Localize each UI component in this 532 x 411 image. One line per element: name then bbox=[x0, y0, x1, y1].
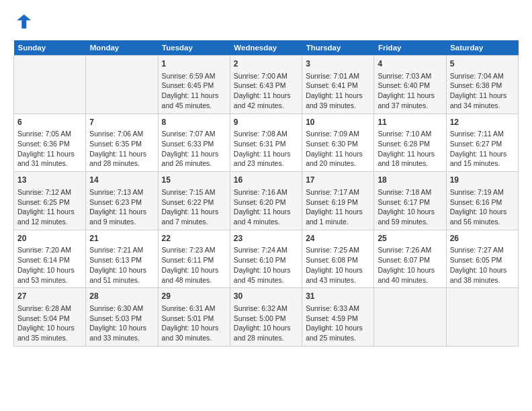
day-number: 18 bbox=[378, 175, 442, 186]
day-number: 17 bbox=[306, 175, 370, 186]
day-info: Daylight: 10 hours and 35 minutes. bbox=[17, 323, 82, 342]
day-info: Daylight: 10 hours and 40 minutes. bbox=[378, 265, 442, 285]
day-info: Sunset: 6:17 PM bbox=[378, 197, 442, 208]
calendar-cell: 3Sunrise: 7:01 AMSunset: 6:41 PMDaylight… bbox=[302, 56, 374, 114]
day-number: 5 bbox=[450, 58, 515, 70]
day-number: 7 bbox=[89, 117, 154, 128]
day-number: 4 bbox=[378, 58, 442, 70]
day-info: Sunset: 6:08 PM bbox=[306, 255, 370, 265]
day-info: Sunset: 6:19 PM bbox=[306, 197, 370, 208]
day-number: 31 bbox=[306, 291, 370, 302]
day-info: Daylight: 11 hours and 42 minutes. bbox=[234, 91, 298, 110]
day-info: Sunset: 6:35 PM bbox=[89, 139, 154, 149]
day-info: Daylight: 10 hours and 51 minutes. bbox=[89, 265, 154, 285]
calendar-cell: 18Sunrise: 7:18 AMSunset: 6:17 PMDayligh… bbox=[374, 172, 446, 230]
day-info: Daylight: 10 hours and 33 minutes. bbox=[89, 323, 154, 342]
calendar-cell bbox=[86, 56, 158, 114]
day-info: Daylight: 11 hours and 34 minutes. bbox=[450, 91, 515, 110]
day-info: Sunrise: 6:31 AM bbox=[162, 304, 226, 314]
logo-icon bbox=[13, 12, 32, 31]
day-info: Daylight: 10 hours and 48 minutes. bbox=[162, 265, 226, 285]
calendar-cell: 22Sunrise: 7:23 AMSunset: 6:11 PMDayligh… bbox=[158, 230, 230, 288]
day-info: Sunrise: 6:28 AM bbox=[17, 304, 82, 314]
calendar-week-row: 20Sunrise: 7:20 AMSunset: 6:14 PMDayligh… bbox=[14, 230, 519, 288]
day-info: Sunrise: 7:01 AM bbox=[306, 71, 370, 81]
logo bbox=[13, 12, 35, 31]
calendar-week-row: 27Sunrise: 6:28 AMSunset: 5:04 PMDayligh… bbox=[14, 288, 519, 347]
day-info: Daylight: 10 hours and 59 minutes. bbox=[378, 207, 442, 226]
day-info: Sunset: 6:45 PM bbox=[162, 81, 226, 91]
day-info: Sunset: 6:07 PM bbox=[378, 255, 442, 265]
day-info: Sunrise: 7:06 AM bbox=[89, 129, 154, 139]
col-header-sunday: Sunday bbox=[14, 40, 86, 56]
calendar-cell bbox=[14, 56, 86, 114]
day-info: Daylight: 10 hours and 38 minutes. bbox=[450, 265, 515, 285]
col-header-friday: Friday bbox=[374, 40, 446, 56]
day-info: Sunrise: 6:32 AM bbox=[234, 304, 298, 314]
day-info: Daylight: 11 hours and 37 minutes. bbox=[378, 91, 442, 110]
col-header-wednesday: Wednesday bbox=[230, 40, 302, 56]
day-info: Daylight: 11 hours and 4 minutes. bbox=[234, 207, 298, 226]
day-info: Sunset: 6:41 PM bbox=[306, 81, 370, 91]
calendar-cell: 16Sunrise: 7:16 AMSunset: 6:20 PMDayligh… bbox=[230, 172, 302, 230]
calendar-cell: 6Sunrise: 7:05 AMSunset: 6:36 PMDaylight… bbox=[14, 113, 86, 172]
day-info: Daylight: 11 hours and 18 minutes. bbox=[378, 149, 442, 169]
day-number: 24 bbox=[306, 233, 370, 244]
day-info: Sunrise: 6:30 AM bbox=[89, 304, 154, 314]
calendar-cell: 28Sunrise: 6:30 AMSunset: 5:03 PMDayligh… bbox=[86, 288, 158, 347]
day-info: Sunrise: 7:15 AM bbox=[162, 187, 226, 197]
day-info: Sunrise: 7:27 AM bbox=[450, 245, 515, 255]
day-info: Daylight: 10 hours and 56 minutes. bbox=[450, 207, 515, 226]
calendar-cell: 19Sunrise: 7:19 AMSunset: 6:16 PMDayligh… bbox=[446, 172, 518, 230]
day-number: 1 bbox=[162, 58, 226, 70]
col-header-saturday: Saturday bbox=[446, 40, 518, 56]
col-header-monday: Monday bbox=[86, 40, 158, 56]
calendar-cell: 17Sunrise: 7:17 AMSunset: 6:19 PMDayligh… bbox=[302, 172, 374, 230]
day-number: 9 bbox=[234, 117, 298, 128]
day-number: 2 bbox=[234, 58, 298, 70]
col-header-thursday: Thursday bbox=[302, 40, 374, 56]
day-info: Daylight: 10 hours and 28 minutes. bbox=[234, 323, 298, 342]
day-info: Sunrise: 7:24 AM bbox=[234, 245, 298, 255]
calendar-cell bbox=[446, 288, 518, 347]
day-info: Daylight: 11 hours and 45 minutes. bbox=[162, 91, 226, 110]
header bbox=[13, 12, 519, 31]
day-number: 22 bbox=[162, 233, 226, 244]
day-number: 6 bbox=[17, 117, 82, 128]
day-info: Daylight: 11 hours and 20 minutes. bbox=[306, 149, 370, 169]
day-number: 20 bbox=[17, 233, 82, 244]
day-number: 16 bbox=[234, 175, 298, 186]
day-info: Daylight: 11 hours and 12 minutes. bbox=[17, 207, 82, 226]
day-info: Sunrise: 7:13 AM bbox=[89, 187, 154, 197]
day-number: 26 bbox=[450, 233, 515, 244]
day-info: Sunrise: 7:04 AM bbox=[450, 71, 515, 81]
calendar-cell: 5Sunrise: 7:04 AMSunset: 6:38 PMDaylight… bbox=[446, 56, 518, 114]
day-info: Daylight: 10 hours and 30 minutes. bbox=[162, 323, 226, 342]
calendar-cell: 26Sunrise: 7:27 AMSunset: 6:05 PMDayligh… bbox=[446, 230, 518, 288]
day-info: Sunrise: 7:20 AM bbox=[17, 245, 82, 255]
calendar-week-row: 1Sunrise: 6:59 AMSunset: 6:45 PMDaylight… bbox=[14, 56, 519, 114]
calendar-cell: 1Sunrise: 6:59 AMSunset: 6:45 PMDaylight… bbox=[158, 56, 230, 114]
day-info: Sunrise: 7:21 AM bbox=[89, 245, 154, 255]
day-number: 23 bbox=[234, 233, 298, 244]
day-number: 10 bbox=[306, 117, 370, 128]
calendar-cell: 11Sunrise: 7:10 AMSunset: 6:28 PMDayligh… bbox=[374, 113, 446, 172]
calendar-cell: 15Sunrise: 7:15 AMSunset: 6:22 PMDayligh… bbox=[158, 172, 230, 230]
calendar-cell: 9Sunrise: 7:08 AMSunset: 6:31 PMDaylight… bbox=[230, 113, 302, 172]
day-info: Sunset: 6:14 PM bbox=[17, 255, 82, 265]
day-info: Sunset: 6:30 PM bbox=[306, 139, 370, 149]
day-number: 19 bbox=[450, 175, 515, 186]
day-info: Sunrise: 7:26 AM bbox=[378, 245, 442, 255]
day-info: Sunrise: 7:03 AM bbox=[378, 71, 442, 81]
day-info: Sunset: 5:01 PM bbox=[162, 314, 226, 324]
day-info: Sunrise: 7:11 AM bbox=[450, 129, 515, 139]
day-number: 11 bbox=[378, 117, 442, 128]
col-header-tuesday: Tuesday bbox=[158, 40, 230, 56]
day-number: 14 bbox=[89, 175, 154, 186]
day-info: Daylight: 11 hours and 9 minutes. bbox=[89, 207, 154, 226]
day-info: Sunset: 6:11 PM bbox=[162, 255, 226, 265]
calendar-cell: 12Sunrise: 7:11 AMSunset: 6:27 PMDayligh… bbox=[446, 113, 518, 172]
day-info: Daylight: 11 hours and 1 minute. bbox=[306, 207, 370, 226]
calendar-cell: 29Sunrise: 6:31 AMSunset: 5:01 PMDayligh… bbox=[158, 288, 230, 347]
day-info: Sunset: 6:05 PM bbox=[450, 255, 515, 265]
